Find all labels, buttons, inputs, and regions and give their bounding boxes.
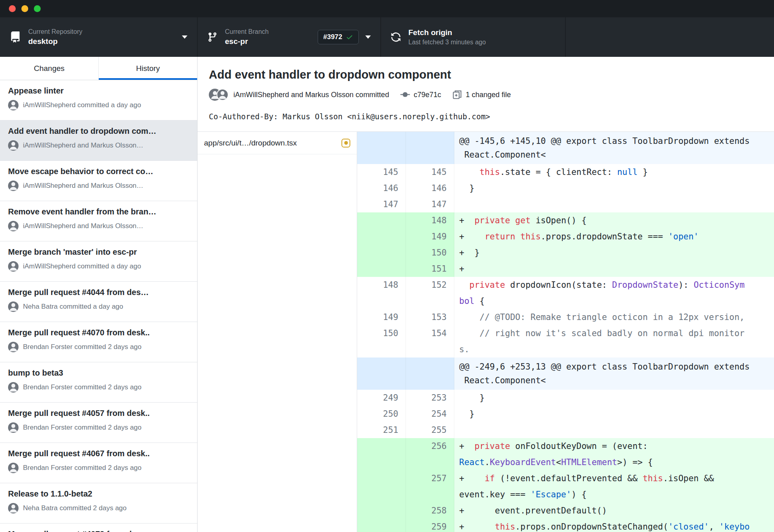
old-line-number: 145 [357, 164, 406, 180]
changed-files-count: 1 changed file [466, 91, 511, 99]
commit-item-meta-text: Neha Batra committed 2 days ago [23, 504, 127, 512]
current-repository-value: desktop [28, 37, 82, 46]
content-area: Changes History Appease linteriAmWillShe… [0, 57, 774, 532]
new-line-number: 254 [406, 406, 454, 422]
commit-sha: c79e71c [414, 91, 441, 99]
modified-dot-icon [341, 139, 350, 148]
avatar [8, 382, 19, 393]
old-line-number [357, 245, 406, 261]
repository-dropdown[interactable]: Current Repository desktop [0, 17, 198, 57]
diff-context-line: 148152 private dropdownIcon(state: Dropd… [357, 277, 774, 309]
diff-context-line: 146146 } [357, 180, 774, 196]
commit-list-item[interactable]: Merge pull request #4044 from des…Neha B… [0, 282, 197, 322]
commit-item-meta: Brendan Forster committed 2 days ago [8, 422, 189, 433]
diff-code-text: + event.preventDefault() [454, 503, 774, 519]
old-line-number [357, 261, 406, 277]
fetch-origin-button[interactable]: Fetch origin Last fetched 3 minutes ago [381, 17, 566, 57]
commit-header: Add event handler to dropdown component … [198, 57, 774, 131]
avatar [8, 140, 19, 151]
diff-hunk-header: @@ -249,6 +253,13 @@ export class Toolba… [357, 357, 774, 390]
minimize-window-button[interactable] [21, 5, 28, 12]
commit-list-item[interactable]: Merge pull request #4070 from desk..Bren… [0, 322, 197, 362]
diff-code-text: @@ -145,6 +145,10 @@ export class Toolba… [454, 132, 774, 164]
diff-code-text: // @TODO: Remake triangle octicon in a 1… [454, 309, 774, 325]
diff-view[interactable]: @@ -145,6 +145,10 @@ export class Toolba… [357, 132, 774, 532]
diff-code-text: + private onFoldoutKeyDown = (event: Rea… [454, 438, 774, 470]
commit-item-title: Merge pull request #4072 from des… [8, 530, 189, 532]
avatar [8, 301, 19, 312]
diff-code-text: @@ -249,6 +253,13 @@ export class Toolba… [454, 357, 774, 390]
diff-added-line: 259+ this.props.onDropdownStateChanged('… [357, 519, 774, 532]
diff-added-line: 258+ event.preventDefault() [357, 503, 774, 519]
file-diff-icon [452, 90, 462, 100]
old-line-number [357, 132, 406, 164]
diff-added-line: 148+ private get isOpen() { [357, 212, 774, 229]
changed-file-list: app/src/ui/t…/dropdown.tsx [198, 132, 357, 532]
commit-list-item[interactable]: bump to beta3Brendan Forster committed 2… [0, 362, 197, 403]
diff-code-text: } [454, 406, 774, 422]
branch-dropdown[interactable]: Current Branch esc-pr #3972 [198, 17, 381, 57]
avatar [8, 261, 19, 272]
commit-list-item[interactable]: Remove event handler from the bran…iAmWi… [0, 201, 197, 241]
commit-item-meta: Neha Batra committed a day ago [8, 301, 189, 312]
commit-item-title: Release to 1.1.0-beta2 [8, 489, 189, 499]
sync-icon [391, 32, 401, 42]
zoom-window-button[interactable] [34, 5, 41, 12]
commit-item-meta-text: Brendan Forster committed 2 days ago [23, 383, 141, 391]
old-line-number [357, 519, 406, 532]
new-line-number: 256 [406, 438, 454, 470]
commit-item-title: bump to beta3 [8, 368, 189, 378]
new-line-number: 146 [406, 180, 454, 196]
git-branch-icon [207, 32, 218, 42]
diff-code-text: + private get isOpen() { [454, 212, 774, 229]
commit-item-meta-text: iAmWillShepherd and Markus Olsson… [23, 141, 144, 150]
tab-changes[interactable]: Changes [0, 57, 98, 80]
old-line-number [357, 438, 406, 470]
diff-code-text: private dropdownIcon(state: DropdownStat… [454, 277, 774, 309]
commit-item-meta: Brendan Forster committed 2 days ago [8, 342, 189, 352]
diff-context-line: 145145 this.state = { clientRect: null } [357, 164, 774, 180]
file-path: app/src/ui/t…/dropdown.tsx [204, 139, 341, 148]
diff-context-line: 150154 // right now it's scaled badly on… [357, 325, 774, 357]
pr-status-badge[interactable]: #3972 [318, 30, 359, 44]
diff-added-line: 150+ } [357, 245, 774, 261]
fetch-origin-subtitle: Last fetched 3 minutes ago [408, 39, 486, 46]
repo-book-icon [10, 31, 21, 43]
old-line-number: 251 [357, 422, 406, 438]
close-window-button[interactable] [9, 5, 16, 12]
diff-split: app/src/ui/t…/dropdown.tsx @@ -145,6 +14… [198, 131, 774, 532]
commit-list-item[interactable]: Merge pull request #4072 from des…Brenda… [0, 524, 197, 532]
diff-code-text [454, 196, 774, 212]
commit-item-meta: Brendan Forster committed 2 days ago [8, 382, 189, 393]
commit-item-meta-text: iAmWillShepherd committed a day ago [23, 101, 141, 109]
sidebar-tabs: Changes History [0, 57, 197, 80]
commit-list-item[interactable]: Merge branch 'master' into esc-priAmWill… [0, 241, 197, 282]
diff-context-line: 149153 // @TODO: Remake triangle octicon… [357, 309, 774, 325]
commit-list-item[interactable]: Release to 1.1.0-beta2Neha Batra committ… [0, 483, 197, 524]
old-line-number [357, 212, 406, 229]
titlebar [0, 0, 774, 17]
commit-list-item[interactable]: Appease linteriAmWillShepherd committed … [0, 80, 197, 121]
commit-meta: iAmWillShepherd and Markus Olsson commit… [209, 89, 763, 101]
commit-item-meta-text: iAmWillShepherd and Markus Olsson… [23, 182, 144, 190]
new-line-number: 257 [406, 470, 454, 503]
commit-list-item[interactable]: Move escape behavior to correct co…iAmWi… [0, 161, 197, 201]
tab-history[interactable]: History [98, 57, 197, 80]
commit-item-title: Merge pull request #4070 from desk.. [8, 328, 189, 337]
commit-list-item[interactable]: Add event handler to dropdown com…iAmWil… [0, 121, 197, 161]
new-line-number: 149 [406, 229, 454, 245]
commit-item-meta-text: iAmWillShepherd committed a day ago [23, 262, 141, 270]
commit-list-item[interactable]: Merge pull request #4057 from desk..Bren… [0, 403, 197, 443]
commit-list-item[interactable]: Merge pull request #4067 from desk..Bren… [0, 443, 197, 483]
diff-context-line: 249253 } [357, 390, 774, 406]
avatar [216, 89, 229, 101]
file-row[interactable]: app/src/ui/t…/dropdown.tsx [198, 132, 357, 154]
commit-item-meta: Brendan Forster committed 2 days ago [8, 463, 189, 473]
diff-code-text [454, 422, 774, 438]
commit-byline: iAmWillShepherd and Markus Olsson commit… [233, 91, 389, 99]
new-line-number: 259 [406, 519, 454, 532]
new-line-number: 258 [406, 503, 454, 519]
commit-item-meta-text: iAmWillShepherd and Markus Olsson… [23, 222, 144, 230]
diff-added-line: 149+ return this.props.dropdownState ===… [357, 229, 774, 245]
commit-item-meta-text: Brendan Forster committed 2 days ago [23, 424, 141, 432]
